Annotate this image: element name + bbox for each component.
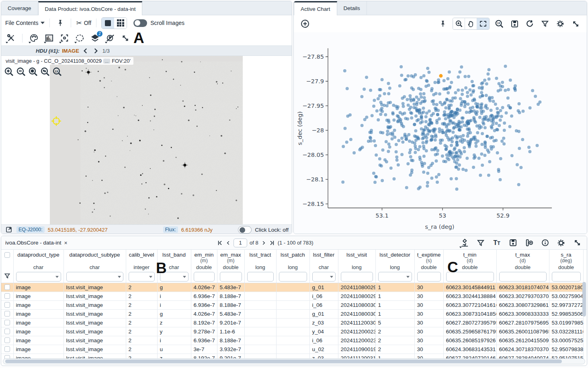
expand-image-button[interactable]	[120, 33, 131, 44]
zoom-fit-button[interactable]	[28, 66, 38, 77]
filter-select-dataproduct_type[interactable]	[16, 272, 61, 282]
row-checkbox[interactable]	[1, 336, 13, 345]
scatter-chart[interactable]: −27.85−27.9−27.95−28−28.05−28.1−28.1553.…	[294, 32, 587, 234]
table-row[interactable]: imagelsst.visit_image2g4.026e-75.483e-7g…	[1, 283, 583, 292]
filter-input-t_max[interactable]	[499, 272, 547, 282]
image-tools-button[interactable]	[5, 33, 16, 44]
column-header-t_max[interactable]: t_max	[496, 250, 549, 258]
column-header-s_ra[interactable]: s_ra	[549, 250, 583, 258]
column-header-t_exptime[interactable]: t_exptime	[414, 250, 443, 258]
chart-refresh-button[interactable]	[524, 18, 535, 29]
crop-button[interactable]: ✂ Off	[76, 17, 91, 29]
click-lock-toggle[interactable]: Click Lock: off	[238, 226, 289, 234]
filter-input-lsst_visit[interactable]	[341, 272, 373, 282]
filter-input-em_min[interactable]	[194, 272, 215, 282]
scatter-plot-svg[interactable]: −27.85−27.9−27.95−28−28.05−28.1−28.1553.…	[294, 32, 587, 234]
filter-input-lsst_tract[interactable]	[247, 272, 274, 282]
table-analyze-button[interactable]	[459, 237, 470, 249]
chart-select-mode-button[interactable]	[477, 18, 489, 29]
color-palette-button[interactable]	[28, 33, 39, 44]
first-page-button[interactable]	[217, 240, 223, 246]
stretch-button[interactable]	[43, 33, 55, 44]
column-header-t_min[interactable]: t_min	[443, 250, 496, 258]
chart-zoom-original-button[interactable]: 1X	[494, 18, 505, 29]
column-header-lsst_visit[interactable]: lsst_visit	[338, 250, 375, 258]
filter-input-em_max[interactable]	[220, 272, 242, 282]
chart-pan-mode-button[interactable]	[465, 18, 477, 29]
hdu-prev-button[interactable]	[82, 47, 90, 55]
chart-filter-button[interactable]	[539, 18, 551, 29]
row-checkbox[interactable]	[1, 318, 13, 327]
column-header-calib_level[interactable]: calib_level	[126, 250, 157, 258]
last-page-button[interactable]	[269, 240, 275, 246]
table-info-button[interactable]	[539, 237, 551, 249]
chart-expand-button[interactable]	[570, 18, 581, 29]
vertical-scrollbar[interactable]	[582, 282, 586, 317]
single-view-button[interactable]	[102, 18, 114, 29]
file-contents-dropdown[interactable]: File Contents	[5, 20, 45, 26]
row-checkbox[interactable]	[1, 345, 13, 354]
table-text-view-button[interactable]: TT	[491, 237, 502, 249]
column-header-lsst_detector[interactable]: lsst_detector	[375, 250, 414, 258]
pin-button[interactable]	[55, 17, 66, 29]
add-column-button[interactable]	[523, 237, 535, 249]
column-header-lsst_band[interactable]: lsst_band	[157, 250, 191, 258]
row-checkbox[interactable]	[1, 327, 13, 336]
pin-chart-button[interactable]	[437, 18, 449, 29]
filter-input-t_exptime[interactable]	[417, 272, 441, 282]
table-expand-button[interactable]	[572, 237, 583, 249]
column-header-lsst_patch[interactable]: lsst_patch	[276, 250, 309, 258]
table-filter-button[interactable]	[475, 237, 486, 249]
table-close-button[interactable]: ×	[64, 240, 68, 246]
layers-button[interactable]: 2	[89, 33, 100, 44]
table-row[interactable]: imagelsst.visit_image2y9.278e-71.1e-6y_0…	[1, 327, 583, 336]
grid-view-button[interactable]	[114, 18, 127, 29]
recenter-button[interactable]	[59, 33, 70, 44]
scroll-images-toggle[interactable]: Scroll Images	[133, 19, 184, 27]
table-row[interactable]: imagelsst.visit_image2u3e-73.932e-7u_022…	[1, 345, 583, 354]
column-header-em_max[interactable]: em_max	[217, 250, 244, 258]
rotate-north-button[interactable]	[104, 33, 116, 44]
tab-active-chart[interactable]: Active Chart	[294, 1, 337, 15]
chart-options-button[interactable]	[555, 18, 566, 29]
select-all-checkbox[interactable]	[1, 250, 13, 258]
column-header-dataproduct_subtype[interactable]: dataproduct_subtype	[64, 250, 126, 258]
column-header-lsst_filter[interactable]: lsst_filter	[309, 250, 338, 258]
tab-details[interactable]: Details	[337, 1, 367, 15]
coord-system-chip[interactable]: EQ-J2000:	[16, 226, 45, 233]
row-checkbox[interactable]	[1, 292, 13, 300]
table-row[interactable]: imagelsst.visit_image2i6.936e-78.188e-7i…	[1, 336, 583, 345]
next-page-button[interactable]	[261, 240, 266, 246]
select-region-button[interactable]	[74, 33, 85, 44]
table-row[interactable]: imagelsst.visit_image2g4.026e-75.483e-7g…	[1, 309, 583, 318]
zoom-out-button[interactable]	[16, 66, 26, 77]
flux-chip[interactable]: Flux:	[163, 226, 178, 233]
popout-button[interactable]	[4, 225, 13, 234]
image-viewer[interactable]: visit_image - g - CC_O_20241108_00029 ..…	[1, 56, 292, 234]
filter-select-lsst_filter[interactable]	[312, 272, 336, 282]
page-number-input[interactable]	[234, 238, 247, 247]
zoom-1x-button[interactable]: 1X	[52, 66, 62, 77]
filter-select-lsst_detector[interactable]	[378, 272, 412, 282]
table-scroll-area[interactable]: dataproduct_typedataproduct_subtypecalib…	[1, 249, 587, 360]
zoom-fill-button[interactable]	[40, 66, 50, 77]
tab-data-product[interactable]: Data Product: ivoa.ObsCore - data-int	[38, 1, 143, 15]
table-save-button[interactable]	[507, 237, 518, 249]
row-checkbox[interactable]	[1, 309, 13, 318]
chart-save-button[interactable]	[509, 18, 520, 29]
zoom-in-button[interactable]	[4, 66, 14, 77]
fits-image[interactable]	[50, 56, 243, 225]
hdu-next-button[interactable]	[92, 47, 100, 55]
column-header-dataproduct_type[interactable]: dataproduct_type	[13, 250, 64, 258]
column-header-lsst_tract[interactable]: lsst_tract	[244, 250, 276, 258]
table-options-button[interactable]	[555, 237, 567, 249]
horizontal-scrollbar[interactable]	[3, 358, 585, 364]
table-row[interactable]: imagelsst.visit_image2i6.936e-78.188e-7i…	[1, 292, 583, 300]
column-header-em_min[interactable]: em_min	[191, 250, 217, 258]
table-row[interactable]: imagelsst.visit_image2z8.192e-79.201e-7z…	[1, 318, 583, 327]
filter-select-dataproduct_subtype[interactable]	[66, 272, 123, 282]
filter-input-s_ra[interactable]	[552, 272, 581, 282]
table-row[interactable]: imagelsst.visit_image2i6.936e-78.188e-7i…	[1, 300, 583, 309]
row-checkbox[interactable]	[1, 283, 13, 292]
tab-coverage[interactable]: Coverage	[1, 1, 38, 15]
